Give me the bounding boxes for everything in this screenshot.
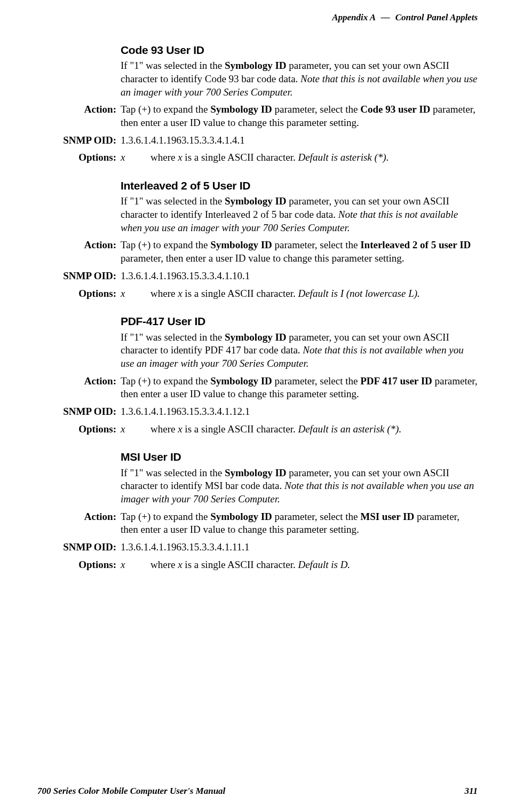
page-footer: 700 Series Color Mobile Computer User's … (37, 785, 478, 797)
action-row: Action: Tap (+) to expand the Symbology … (44, 239, 478, 265)
page-content: Code 93 User ID If "1" was selected in t… (44, 43, 478, 576)
opt-var: x (178, 152, 182, 163)
action-bold: Symbology ID (210, 511, 272, 522)
section-title-i2of5: Interleaved 2 of 5 User ID (121, 178, 478, 193)
action-label: Action: (44, 103, 121, 129)
action-text: parameter, select the (272, 104, 360, 115)
opt-default: Default is D. (298, 559, 350, 570)
option-variable: x (121, 151, 150, 164)
option-variable: x (121, 423, 150, 436)
action-value: Tap (+) to expand the Symbology ID param… (121, 375, 478, 401)
opt-var: x (178, 423, 182, 435)
section-title-pdf417: PDF-417 User ID (121, 314, 478, 328)
options-value: x where x is a single ASCII character. D… (121, 423, 478, 436)
action-text: parameter, select the (272, 239, 360, 250)
intro-text: If "1" was selected in the (121, 332, 225, 343)
action-row: Action: Tap (+) to expand the Symbology … (44, 375, 478, 401)
oid-label: SNMP OID: (44, 134, 121, 147)
action-text: parameter, then enter a user ID value to… (121, 253, 405, 264)
oid-row: SNMP OID: 1.3.6.1.4.1.1963.15.3.3.4.1.4.… (44, 134, 478, 147)
action-bold: Symbology ID (210, 375, 272, 387)
options-label: Options: (44, 287, 121, 301)
option-description: where x is a single ASCII character. Def… (150, 423, 478, 436)
section-title-msi: MSI User ID (121, 450, 478, 464)
oid-row: SNMP OID: 1.3.6.1.4.1.1963.15.3.3.4.1.11… (44, 541, 478, 554)
opt-default: Default is asterisk (*). (298, 152, 389, 163)
oid-value: 1.3.6.1.4.1.1963.15.3.3.4.1.10.1 (121, 270, 478, 283)
header-separator: — (381, 12, 390, 22)
oid-row: SNMP OID: 1.3.6.1.4.1.1963.15.3.3.4.1.12… (44, 405, 478, 419)
action-row: Action: Tap (+) to expand the Symbology … (44, 510, 478, 537)
options-value: x where x is a single ASCII character. D… (121, 151, 478, 164)
opt-text: where (150, 152, 178, 163)
section-title-code93: Code 93 User ID (121, 43, 478, 57)
intro-text: If "1" was selected in the (121, 195, 225, 207)
action-bold: PDF 417 user ID (360, 375, 432, 387)
option-variable: x (121, 287, 150, 301)
oid-row: SNMP OID: 1.3.6.1.4.1.1963.15.3.3.4.1.10… (44, 270, 478, 283)
opt-var: x (178, 559, 182, 570)
oid-label: SNMP OID: (44, 270, 121, 283)
options-value: x where x is a single ASCII character. D… (121, 558, 478, 572)
action-label: Action: (44, 239, 121, 265)
section-intro: If "1" was selected in the Symbology ID … (121, 467, 478, 506)
opt-default: Default is I (not lowercase L). (298, 288, 419, 299)
action-label: Action: (44, 375, 121, 401)
intro-text: If "1" was selected in the (121, 60, 225, 71)
header-chapter: Control Panel Applets (395, 12, 478, 22)
opt-text: is a single ASCII character. (183, 423, 298, 435)
section-intro: If "1" was selected in the Symbology ID … (121, 195, 478, 234)
oid-label: SNMP OID: (44, 405, 121, 419)
option-description: where x is a single ASCII character. Def… (150, 287, 478, 301)
action-text: Tap (+) to expand the (121, 239, 210, 250)
action-text: parameter, select the (272, 375, 360, 387)
action-bold: Symbology ID (210, 104, 272, 115)
opt-default: Default is an asterisk (*). (298, 423, 401, 435)
oid-value: 1.3.6.1.4.1.1963.15.3.3.4.1.11.1 (121, 541, 478, 554)
options-row: Options: x where x is a single ASCII cha… (44, 287, 478, 301)
section-intro: If "1" was selected in the Symbology ID … (121, 59, 478, 99)
header-appendix: Appendix A (332, 12, 375, 22)
footer-manual-title: 700 Series Color Mobile Computer User's … (37, 785, 225, 797)
option-variable: x (121, 558, 150, 572)
oid-value: 1.3.6.1.4.1.1963.15.3.3.4.1.4.1 (121, 134, 478, 147)
action-text: Tap (+) to expand the (121, 104, 210, 115)
options-row: Options: x where x is a single ASCII cha… (44, 151, 478, 164)
oid-value: 1.3.6.1.4.1.1963.15.3.3.4.1.12.1 (121, 405, 478, 419)
action-bold: Code 93 user ID (360, 104, 430, 115)
action-bold: Interleaved 2 of 5 user ID (360, 239, 471, 250)
option-description: where x is a single ASCII character. Def… (150, 151, 478, 164)
page-header: Appendix A — Control Panel Applets (332, 12, 478, 23)
option-description: where x is a single ASCII character. Def… (150, 558, 478, 572)
opt-text: where (150, 559, 178, 570)
options-row: Options: x where x is a single ASCII cha… (44, 423, 478, 436)
action-value: Tap (+) to expand the Symbology ID param… (121, 103, 478, 129)
intro-text: If "1" was selected in the (121, 467, 225, 478)
options-label: Options: (44, 423, 121, 436)
oid-label: SNMP OID: (44, 541, 121, 554)
opt-text: where (150, 423, 178, 435)
action-text: Tap (+) to expand the (121, 375, 210, 387)
intro-bold: Symbology ID (225, 195, 287, 207)
action-value: Tap (+) to expand the Symbology ID param… (121, 239, 478, 265)
section-intro: If "1" was selected in the Symbology ID … (121, 331, 478, 370)
action-text: parameter, select the (272, 511, 360, 522)
footer-page-number: 311 (464, 785, 478, 797)
intro-bold: Symbology ID (225, 332, 287, 343)
opt-text: is a single ASCII character. (183, 288, 298, 299)
action-label: Action: (44, 510, 121, 537)
opt-var: x (178, 288, 182, 299)
action-row: Action: Tap (+) to expand the Symbology … (44, 103, 478, 129)
action-text: Tap (+) to expand the (121, 511, 210, 522)
options-value: x where x is a single ASCII character. D… (121, 287, 478, 301)
options-label: Options: (44, 558, 121, 572)
action-value: Tap (+) to expand the Symbology ID param… (121, 510, 478, 537)
opt-text: is a single ASCII character. (183, 559, 298, 570)
opt-text: is a single ASCII character. (183, 152, 298, 163)
options-row: Options: x where x is a single ASCII cha… (44, 558, 478, 572)
options-label: Options: (44, 151, 121, 164)
action-bold: MSI user ID (360, 511, 414, 522)
opt-text: where (150, 288, 178, 299)
intro-bold: Symbology ID (225, 60, 287, 71)
intro-bold: Symbology ID (225, 467, 287, 478)
